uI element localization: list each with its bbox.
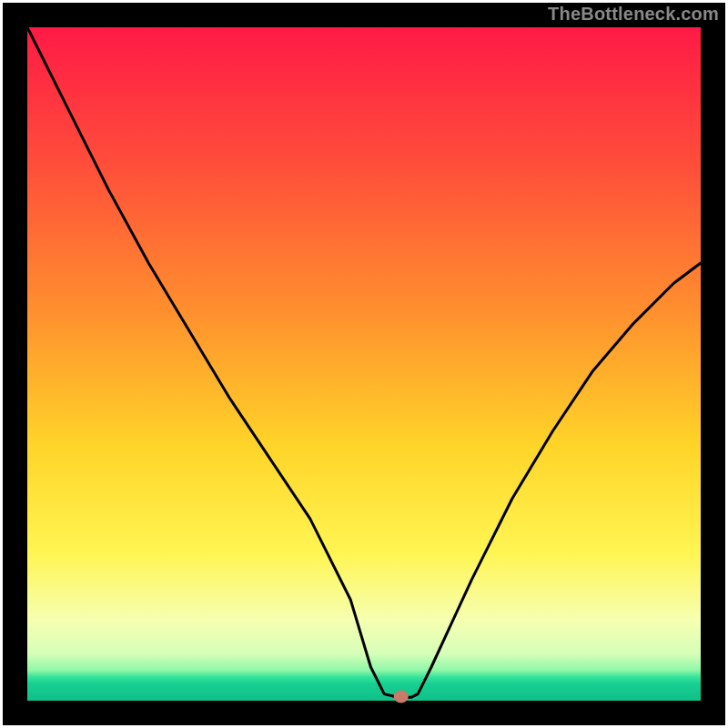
bottleneck-chart xyxy=(0,0,728,728)
watermark-text: TheBottleneck.com xyxy=(548,4,719,25)
chart-stage: TheBottleneck.com xyxy=(0,0,728,728)
optimum-marker xyxy=(394,691,409,703)
